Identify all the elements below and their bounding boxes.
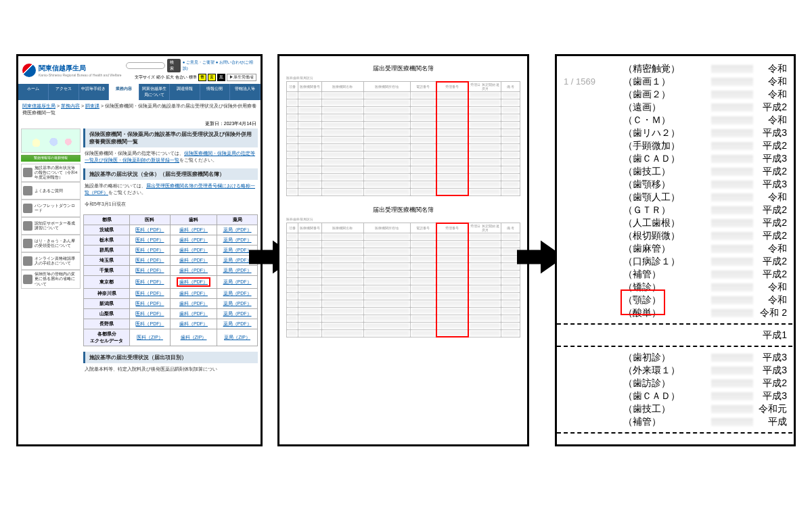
pdf-link[interactable]: 薬局（PDF） [223,279,252,284]
era-label506: 平成1 [763,329,787,342]
color-default[interactable]: 標準 [189,74,197,80]
nav-item[interactable]: 情報公開 [200,84,231,100]
table-row: 各都県分 エクセルデータ医科（ZIP）歯科（ZIP）薬局（ZIP） [84,329,258,346]
roster-cell [321,152,363,159]
color-black[interactable]: 黒 [217,74,225,81]
site-logo[interactable]: 関東信越厚生局 Kanto-Shinetsu Regional Bureau o… [22,64,122,77]
nav-item[interactable]: 調達情報 [170,84,200,100]
nav-item[interactable]: 関東信越厚生局について [139,84,170,100]
pdf-link[interactable]: 薬局（ZIP） [224,335,250,340]
era-label506: 平成3 [763,352,787,364]
table-row: 山梨県医科（PDF）歯科（PDF）薬局（PDF） [84,309,258,319]
font-smaller[interactable]: 縮小 [156,74,164,80]
roster-row [287,114,520,122]
sidebar-item[interactable]: はり・きゅう・あん摩の受領委任について [21,235,81,252]
pdf-link[interactable]: 医科（PDF） [135,321,164,326]
pdf-link[interactable]: 医科（PDF） [135,227,164,232]
sidebar-item[interactable]: よくあるご質問 [21,182,81,200]
pdf-link[interactable]: 薬局（PDF） [223,248,252,252]
nav-item[interactable]: ホーム [18,84,49,100]
nav-item[interactable]: 管轄法人等 [230,84,261,100]
detail-row: （外来環１）平成3 [623,364,787,377]
roster-cell [363,181,410,189]
pdf-link[interactable]: 歯科（PDF） [179,268,208,273]
pdf-link[interactable]: 医科（PDF） [135,291,164,296]
nav-item[interactable]: 申請等手続き [79,84,110,100]
pdf-link[interactable]: 薬局（PDF） [223,291,252,296]
sidebar-item[interactable]: 施設基準の届出状況等の報告について（令和4年度定例報告） [21,164,81,183]
nav-item[interactable]: 業務内容 [109,84,139,100]
pdf-link[interactable]: 歯科（PDF） [179,279,208,284]
color-blue[interactable]: 青 [198,74,206,81]
sidebar-item-label: よくあるご質問 [35,189,63,193]
pdf-link[interactable]: 医科（PDF） [135,268,164,273]
detail-row: （歯画１）令和 [623,75,787,88]
search-button[interactable]: 検索 [167,59,181,72]
color-yellow[interactable]: 黄 [208,74,216,81]
bc-l3[interactable]: 調査課 [85,103,99,108]
roster-header-cell: 医療機関所在地 [363,82,410,92]
pdf-link-cell: 医科（PDF） [130,225,171,235]
search-input[interactable] [126,62,165,69]
pdf-link[interactable]: 医科（PDF） [135,258,164,262]
bc-l2[interactable]: 業務内容 [61,103,80,108]
roster-cell [287,263,298,271]
pdf-link[interactable]: 歯科（PDF） [179,248,208,252]
pdf-link[interactable]: 薬局（PDF） [223,227,252,232]
mhlw-link[interactable]: ▶厚生労働省 [227,74,256,81]
pdf-link[interactable]: 医科（PDF） [135,301,164,306]
pdf-link[interactable]: 医科（ZIP） [137,335,163,340]
roster-cell [363,122,410,129]
pdf-link[interactable]: 歯科（PDF） [179,301,208,306]
bc-home[interactable]: 関東信越厚生局 [22,103,55,108]
roster-cell [410,129,436,137]
roster-cell [501,122,520,129]
sidebar-item-label: 施設基準の届出状況等の報告について（令和4年度定例報告） [35,166,78,181]
nav-item[interactable]: アクセス [49,84,79,100]
pdf-link[interactable]: 医科（PDF） [135,279,164,284]
pdf-link[interactable]: 歯科（PDF） [179,258,208,262]
blurred-value [711,103,753,112]
roster-cell [287,107,298,114]
pdf-link[interactable]: 薬局（PDF） [223,301,252,306]
roster-cell [363,189,410,196]
roster-cell [436,315,468,323]
font-larger[interactable]: 拡大 [166,74,174,80]
criteria-label: （歯初診） [623,352,711,364]
sidebar-announce[interactable]: 緊急情報等の最新情報 [21,155,81,162]
roster-cell [410,308,436,315]
pdf-link[interactable]: 歯科（PDF） [179,321,208,326]
roster-cell [363,152,410,159]
sidebar-item[interactable]: 保険医等の管轄内の変更に係る届出の省略について [21,270,81,289]
pdf-link[interactable]: 歯科（ZIP） [181,335,207,340]
pdf-link[interactable]: 薬局（PDF） [223,311,252,316]
pdf-link[interactable]: 歯科（PDF） [179,227,208,232]
era-label506: 令和 [768,114,787,126]
sidebar-item[interactable]: オンライン資格確認導入の手続きについて [21,252,81,270]
pdf-link[interactable]: 歯科（PDF） [179,291,208,296]
roster-cell [298,241,322,248]
pdf-link[interactable]: 薬局（PDF） [223,258,252,262]
roster-cell [321,137,363,144]
pdf-link[interactable]: 医科（PDF） [135,311,164,316]
sidebar-item[interactable]: パンフレットダウンロード [21,200,81,217]
era-label506: 令和 [768,281,787,294]
roster-cell [321,271,363,278]
blurred-value [711,206,753,214]
pdf-link[interactable]: 医科（PDF） [135,237,164,242]
roster-cell [321,129,363,137]
pdf-link[interactable]: 歯科（PDF） [179,237,208,242]
pdf-link[interactable]: 医科（PDF） [135,248,164,252]
roster-cell [410,181,436,189]
sidebar-item[interactable]: 認知症サポーター養成講習について [21,217,81,235]
roster-cell [287,129,298,137]
pdf-link[interactable]: 歯科（PDF） [179,311,208,316]
sidebar: 緊急情報等の最新情報 施設基準の届出状況等の報告について（令和4年度定例報告）よ… [21,129,81,377]
pdf-link[interactable]: 薬局（PDF） [223,268,252,273]
blurred-value [711,418,753,426]
roster-cell [287,181,298,189]
pdf-link[interactable]: 薬局（PDF） [223,321,252,326]
contact-link[interactable]: ● ご意見・ご要望 ● お問い合わせ(ご相談) [183,60,256,72]
pdf-link[interactable]: 薬局（PDF） [223,237,252,242]
update-date: 更新日：2023年4月14日 [18,119,261,129]
